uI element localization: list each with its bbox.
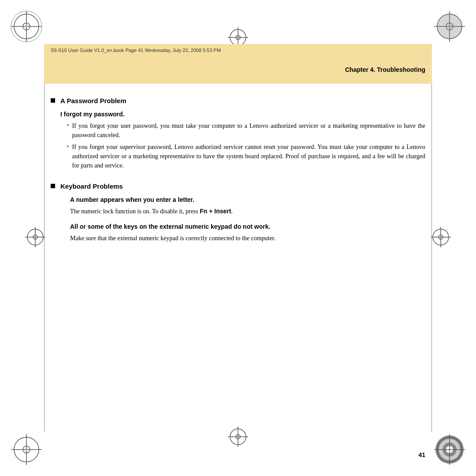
svg-point-4 <box>25 25 28 28</box>
section-header-keyboard: Keyboard Problems <box>51 182 425 190</box>
body-text-number: The numeric lock function is on. To disa… <box>70 207 425 216</box>
mid-mark-right <box>430 226 452 250</box>
content-area: A Password Problem I forgot my password.… <box>51 97 425 441</box>
corner-mark-tl <box>9 9 44 44</box>
bullet-item-2-text: If you forget your supervisor password, … <box>72 142 425 170</box>
corner-mark-br <box>432 432 467 467</box>
svg-point-11 <box>437 14 462 39</box>
bullet-item-1-text: If you forgot your user password, you mu… <box>72 121 425 140</box>
section-title-keyboard: Keyboard Problems <box>60 182 123 190</box>
bullet-list-forgot: If you forgot your user password, you mu… <box>67 121 425 170</box>
corner-mark-tr <box>432 9 467 44</box>
subsection-title-keys: All or some of the keys on the external … <box>70 223 425 230</box>
fn-insert-key: Fn + Insert <box>200 208 231 215</box>
chapter-title: Chapter 4. Troubleshooting <box>345 66 425 73</box>
section-password-problem: A Password Problem I forgot my password.… <box>51 97 425 170</box>
corner-mark-bl <box>9 432 44 467</box>
section-header-password: A Password Problem <box>51 97 425 104</box>
section-keyboard-problems: Keyboard Problems A number appears when … <box>51 182 425 243</box>
file-info: S9-S10 User Guide V1.0_en.book Page 41 W… <box>51 48 221 53</box>
bullet-square-keyboard <box>51 184 55 188</box>
subsection-title-forgot: I forgot my password. <box>60 111 425 118</box>
border-right <box>431 44 432 432</box>
page-number: 41 <box>418 451 425 458</box>
border-left <box>44 44 45 432</box>
body-text-keys: Make sure that the external numeric keyp… <box>70 234 425 243</box>
section-title-password: A Password Problem <box>60 97 126 104</box>
bullet-square-password <box>51 98 55 103</box>
svg-point-16 <box>25 448 28 451</box>
subsection-keys-not-work: All or some of the keys on the external … <box>60 223 425 243</box>
subsection-number-appears: A number appears when you enter a letter… <box>60 196 425 216</box>
bullet-item-2: If you forget your supervisor password, … <box>67 142 425 170</box>
chapter-title-area: Chapter 4. Troubleshooting <box>44 64 432 74</box>
subsection-forgot-password: I forgot my password. If you forgot your… <box>60 111 425 170</box>
subsection-title-number: A number appears when you enter a letter… <box>70 196 425 203</box>
mid-mark-left <box>24 226 46 250</box>
bullet-item-1: If you forgot your user password, you mu… <box>67 121 425 140</box>
